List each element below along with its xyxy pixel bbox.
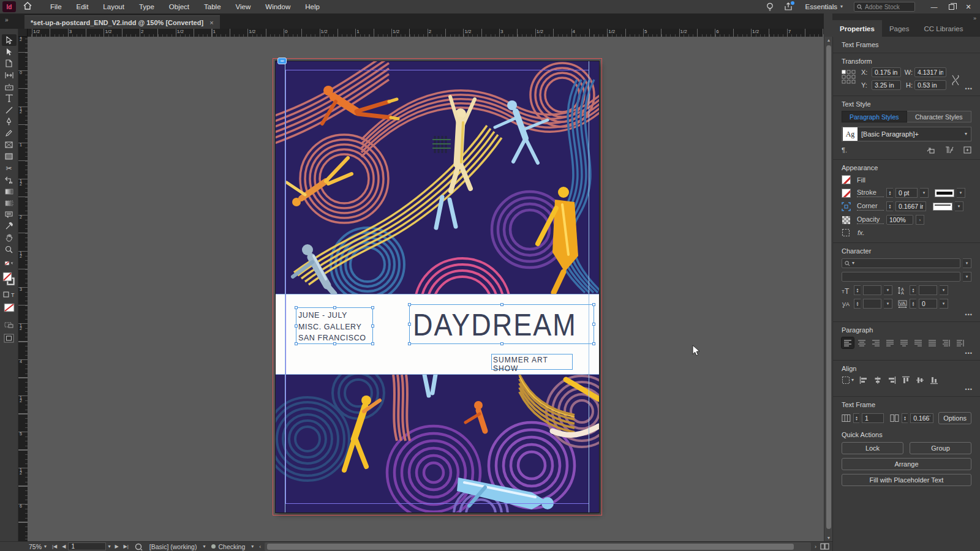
menu-table[interactable]: Table	[197, 0, 228, 13]
kerning-dropdown-icon[interactable]: ▾	[884, 299, 892, 309]
align-vertical-centers-button[interactable]	[916, 376, 924, 384]
tab-pages[interactable]: Pages	[882, 20, 917, 37]
postcard-title[interactable]: DAYDREAM	[410, 305, 594, 345]
redefine-style-icon[interactable]	[926, 146, 935, 154]
frame-tool[interactable]	[2, 139, 17, 151]
menu-view[interactable]: View	[228, 0, 258, 13]
free-transform-tool[interactable]	[2, 174, 17, 186]
restore-button[interactable]	[943, 1, 959, 13]
menu-edit[interactable]: Edit	[69, 0, 96, 13]
align-left-edges-button[interactable]	[859, 376, 868, 384]
align-top-edges-button[interactable]	[902, 376, 910, 384]
font-size-stepper[interactable]: ▲▼	[854, 285, 861, 295]
align-more-icon[interactable]: •••	[965, 386, 973, 392]
opacity-field[interactable]	[886, 215, 913, 225]
object-effects-icon[interactable]	[842, 228, 850, 237]
subtitle-text-frame[interactable]: SUMMER ART SHOW	[491, 354, 573, 370]
stroke-style-dropdown-icon[interactable]: ▾	[957, 188, 965, 198]
hand-tool[interactable]	[2, 232, 17, 244]
corner-options-icon[interactable]	[842, 202, 851, 211]
horizontal-scrollbar-thumb[interactable]	[267, 544, 794, 550]
line-tool[interactable]	[2, 104, 17, 116]
text-frame-options-button[interactable]: Options	[938, 412, 971, 424]
preflight-profile[interactable]: [Basic] (working)▾	[146, 542, 209, 551]
rectangle-tool[interactable]	[2, 151, 17, 162]
collapse-panel-icon[interactable]: »	[973, 15, 976, 21]
tracking-dropdown-icon[interactable]: ▾	[940, 299, 948, 309]
info-line-1[interactable]: JUNE - JULY	[298, 310, 372, 321]
leading-dropdown-icon[interactable]: ▾	[940, 285, 948, 295]
fill-stroke-swatches[interactable]	[2, 271, 17, 289]
home-icon[interactable]	[23, 1, 32, 12]
info-line-2[interactable]: MISC. GALLERY	[298, 321, 372, 333]
preflight-icon[interactable]	[135, 543, 143, 550]
fill-placeholder-button[interactable]: Fill with Placeholder Text	[842, 474, 971, 486]
eyedropper-tool[interactable]	[2, 220, 17, 232]
zoom-level[interactable]: 75%▾	[26, 542, 50, 551]
leading-field[interactable]	[919, 285, 937, 295]
scissors-tool[interactable]: ✂	[2, 162, 17, 174]
justify-all-button[interactable]	[926, 337, 938, 348]
frame-handle[interactable]	[333, 306, 336, 309]
page-tool[interactable]	[2, 58, 17, 69]
justify-last-right-button[interactable]	[912, 337, 924, 348]
selection-tool[interactable]	[2, 34, 17, 46]
page-dropdown-icon[interactable]: ▾	[106, 544, 112, 549]
ruler-origin-corner[interactable]	[18, 29, 28, 37]
note-tool[interactable]	[2, 209, 17, 220]
columns-stepper[interactable]: ▲▼	[853, 413, 859, 423]
postcard-subtitle[interactable]: SUMMER ART SHOW	[492, 354, 572, 373]
corner-label[interactable]: Corner	[857, 202, 884, 211]
stroke-swatch-icon[interactable]	[842, 189, 851, 198]
frame-handle[interactable]	[408, 342, 411, 345]
ruler-horizontal[interactable]: 1/231/221/211/201/211/221/231/241/251/26…	[18, 29, 824, 37]
preflight-status[interactable]: Checking▾	[208, 542, 257, 551]
tracking-field[interactable]	[919, 299, 937, 309]
workspace-switcher[interactable]: Essentials▾	[801, 3, 848, 10]
type-tool[interactable]	[2, 92, 17, 104]
lock-button[interactable]: Lock	[842, 442, 903, 454]
pen-tool[interactable]	[2, 116, 17, 127]
scroll-right-icon[interactable]: ›	[812, 544, 819, 550]
frame-handle[interactable]	[408, 323, 411, 326]
corner-style-preview[interactable]	[933, 203, 952, 211]
paragraph-style-dropdown[interactable]: Ag [Basic Paragraph]+ ▾	[842, 127, 971, 141]
pencil-tool[interactable]	[2, 127, 17, 139]
columns-field[interactable]	[862, 413, 884, 423]
stroke-weight-dropdown-icon[interactable]: ▾	[920, 188, 929, 198]
opacity-flyout-icon[interactable]: ›	[916, 215, 924, 225]
frame-handle[interactable]	[371, 306, 374, 309]
scroll-down-icon[interactable]: ▼	[824, 536, 833, 540]
frame-handle[interactable]	[500, 303, 503, 306]
previous-page-button[interactable]: ◀	[59, 544, 68, 549]
frame-handle[interactable]	[295, 324, 298, 328]
stroke-stepper[interactable]: ▲▼	[886, 188, 893, 198]
frame-handle[interactable]	[371, 324, 374, 328]
stock-search[interactable]	[854, 2, 915, 12]
font-style-dropdown-icon[interactable]: ▾	[963, 272, 971, 282]
vertical-scrollbar-thumb[interactable]	[826, 45, 831, 529]
transform-more-icon[interactable]: •••	[965, 86, 973, 92]
frame-handle[interactable]	[592, 303, 595, 306]
leading-stepper[interactable]: ▲▼	[910, 285, 916, 295]
tab-close-icon[interactable]: ×	[209, 19, 213, 26]
frame-handle[interactable]	[371, 342, 374, 345]
font-family-field[interactable]: ▾	[842, 258, 960, 268]
next-page-button[interactable]: ▶	[112, 544, 121, 549]
ruler-vertical[interactable]: 120121122123124125126	[18, 37, 28, 541]
menu-layout[interactable]: Layout	[96, 0, 132, 13]
menu-file[interactable]: File	[43, 0, 69, 13]
paragraph-more-icon[interactable]: •••	[965, 350, 973, 356]
h-field[interactable]	[914, 80, 946, 90]
align-to-selector[interactable]: ▾	[842, 376, 854, 384]
align-towards-spine-button[interactable]	[940, 337, 952, 348]
postcard-page[interactable]: ∞ JUNE - JULY MISC. GALLERY SAN FRANCISC…	[276, 61, 599, 512]
default-fill-stroke[interactable]	[2, 259, 17, 271]
indesign-logo-icon[interactable]: Id	[2, 1, 16, 12]
document-canvas[interactable]: ∞ JUNE - JULY MISC. GALLERY SAN FRANCISC…	[28, 37, 824, 541]
tab-cc-libraries[interactable]: CC Libraries	[917, 20, 971, 37]
align-bottom-edges-button[interactable]	[930, 376, 938, 384]
horizontal-scrollbar[interactable]	[265, 542, 811, 551]
align-center-button[interactable]	[856, 337, 868, 348]
corner-stepper[interactable]: ▲▼	[886, 201, 893, 211]
